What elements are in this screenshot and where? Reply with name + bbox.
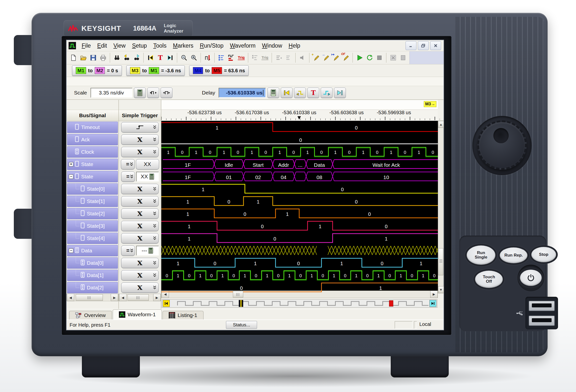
signal-row-data[interactable]: −Data xyxy=(67,245,118,256)
trigger-value-button[interactable]: XX xyxy=(136,159,159,169)
menu-markers[interactable]: Markers xyxy=(170,42,197,49)
scroll-right-icon[interactable]: ▶ xyxy=(111,294,118,301)
m3-marker-flag[interactable]: M3→ xyxy=(424,101,436,107)
new-file-icon[interactable] xyxy=(69,53,79,63)
expand-plus-icon[interactable]: + xyxy=(69,162,73,167)
goto-begin-icon[interactable] xyxy=(145,53,155,63)
trigger-dropdown-anystate[interactable]: X xyxy=(121,221,159,231)
menu-edit[interactable]: Edit xyxy=(94,42,110,49)
stop-button[interactable]: Stop xyxy=(531,247,556,262)
trigger-setup-icon[interactable]: Trig xyxy=(236,53,246,63)
nav-goto-end-button[interactable] xyxy=(430,300,436,307)
bus-signal-setup-icon[interactable] xyxy=(227,53,236,63)
goto-trigger-button[interactable]: T xyxy=(307,87,319,98)
run-rep-button[interactable]: Run Rep. xyxy=(500,248,527,263)
menu-help[interactable]: Help xyxy=(286,42,303,49)
marker-time-pen-icon[interactable]: ↦ xyxy=(331,53,341,63)
scroll-right-icon[interactable]: ▶ xyxy=(153,294,161,301)
add-marker-pen-icon[interactable]: + xyxy=(311,53,321,63)
touch-off-button[interactable]: TouchOff xyxy=(475,271,503,288)
trigger-value-input[interactable]: XX xyxy=(136,172,159,182)
trigger-dropdown-anystate[interactable]: X xyxy=(121,147,159,157)
menu-tools[interactable]: Tools xyxy=(150,42,170,49)
status-button[interactable]: Status... xyxy=(226,321,257,329)
signal-row-ack[interactable]: Ack xyxy=(67,134,118,145)
tab-listing1[interactable]: Listing-1 xyxy=(163,311,203,319)
signal-row-state0[interactable]: State[0] xyxy=(67,183,118,195)
trigger-value-input[interactable]: --- xyxy=(136,246,159,255)
trigger-dropdown-edge[interactable] xyxy=(121,122,159,133)
run-icon[interactable] xyxy=(355,53,365,63)
menu-view[interactable]: View xyxy=(110,42,129,49)
marker-pair-button-3[interactable]: M4toM5= 63.6 ns xyxy=(189,65,249,76)
trigger-dropdown-anystate[interactable]: X xyxy=(121,184,159,194)
scroll-left-icon[interactable]: ◀ xyxy=(119,294,127,301)
data-navigation-bar[interactable] xyxy=(162,299,437,308)
trigger-dropdown-anystate[interactable]: X xyxy=(121,282,159,293)
scale-input[interactable]: 3.35 ns/div xyxy=(90,88,132,98)
scale-calculator-button[interactable] xyxy=(134,87,146,98)
signal-row-state[interactable]: +State xyxy=(67,159,118,170)
menu-file[interactable]: File xyxy=(79,42,94,49)
restore-button[interactable] xyxy=(418,41,429,50)
usb-port-top[interactable] xyxy=(529,301,555,311)
trigger-dropdown-anystate[interactable]: X xyxy=(121,270,159,280)
collapse-minus-icon[interactable]: − xyxy=(69,249,73,253)
delay-input[interactable]: -536.610338 us xyxy=(219,88,266,98)
next-edge-button[interactable] xyxy=(321,87,333,98)
print-icon[interactable] xyxy=(98,53,108,63)
goto-marker-pen-icon[interactable]: → xyxy=(321,53,331,63)
marker-pair-button-2[interactable]: M3toM1= -3.6 ns xyxy=(126,65,185,76)
close-button[interactable] xyxy=(430,41,441,50)
find-next-icon[interactable] xyxy=(132,53,142,63)
scroll-up-icon[interactable]: ▲ xyxy=(438,121,444,128)
waveform-display[interactable]: 100101010101010101010101FIdleStartAddr..… xyxy=(161,121,438,290)
signal-row-data2[interactable]: Data[2] xyxy=(67,282,118,293)
find-icon[interactable] xyxy=(112,53,122,63)
signal-row-timeout[interactable]: Timeout xyxy=(67,122,118,133)
nav-goto-begin-button[interactable] xyxy=(163,300,170,307)
rotary-knob[interactable] xyxy=(477,120,527,170)
find-previous-icon[interactable] xyxy=(122,53,132,63)
waveform-hscrollbar[interactable]: ◀ ▶ xyxy=(161,291,438,298)
menu-waveform[interactable]: Waveform xyxy=(227,42,259,49)
goto-trigger-icon[interactable]: T xyxy=(155,53,165,63)
signal-row-state2[interactable]: State[2] xyxy=(67,208,118,219)
marker-pair-button-1[interactable]: M1toM2= 0 s xyxy=(72,65,122,76)
marker-tool-icon[interactable] xyxy=(203,53,213,63)
delay-calculator-button[interactable] xyxy=(267,87,279,98)
trigger-dropdown-anystate[interactable]: X xyxy=(121,208,159,219)
collapse-minus-icon[interactable]: − xyxy=(69,174,73,179)
trigger-dropdown-anystate[interactable]: X xyxy=(121,258,159,268)
goto-end-of-data-button[interactable] xyxy=(334,87,346,98)
trigger-dropdown-anystate[interactable]: X xyxy=(121,233,159,244)
menu-window[interactable]: Window xyxy=(259,42,286,49)
zoom-out-icon[interactable] xyxy=(179,53,189,63)
scroll-left-icon[interactable]: ◀ xyxy=(67,294,74,301)
signal-row-data0[interactable]: Data[0] xyxy=(67,257,118,269)
trigger-dropdown-anystate[interactable]: X xyxy=(121,135,159,145)
previous-edge-button[interactable] xyxy=(294,87,306,98)
signal-row-state1[interactable]: State[1] xyxy=(67,196,118,207)
trigger-hscrollbar[interactable]: ◀ ▶ xyxy=(119,294,161,301)
trigger-operator-dropdown[interactable]: = xyxy=(121,159,135,169)
waveform-vscrollbar[interactable]: ▲ ▼ xyxy=(438,121,444,293)
usb-port-bottom[interactable] xyxy=(529,315,555,326)
tab-overview[interactable]: Overview xyxy=(69,311,112,319)
power-button[interactable] xyxy=(520,270,542,286)
marker-overflow-pen-icon[interactable]: OF xyxy=(341,53,351,63)
signal-row-state4[interactable]: State[4] xyxy=(67,233,118,244)
menu-runstop[interactable]: Run/Stop xyxy=(197,42,227,49)
nav-trigger-marker[interactable] xyxy=(389,301,393,307)
trigger-dropdown-anystate[interactable]: X xyxy=(121,196,159,206)
menu-setup[interactable]: Setup xyxy=(129,42,150,49)
signal-row-data1[interactable]: Data[1] xyxy=(67,270,118,281)
signal-row-state3[interactable]: State[3] xyxy=(67,220,118,232)
overview-setup-icon[interactable] xyxy=(217,53,227,63)
tab-waveform1[interactable]: Waveform-1 xyxy=(113,309,162,319)
signal-row-state[interactable]: −State xyxy=(67,171,118,182)
scroll-down-icon[interactable]: ▼ xyxy=(438,286,444,293)
signal-row-clock[interactable]: Clock xyxy=(67,146,118,158)
run-repetitive-icon[interactable] xyxy=(365,53,374,63)
goto-end-icon[interactable] xyxy=(165,53,175,63)
